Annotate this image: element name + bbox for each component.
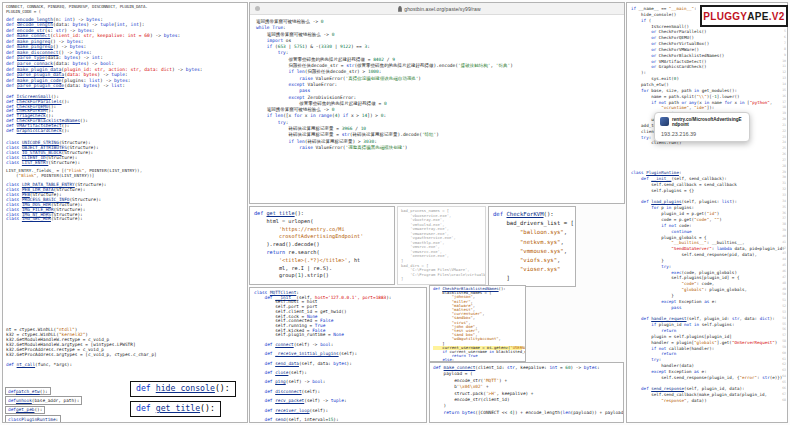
popup-site-url[interactable]: rentry.co/MicrosoftAdvertisingEndpoint (672, 117, 744, 128)
code-line: def parse_plugin_code(data: bytes) -> li… (6, 83, 244, 89)
code-line: def send(self, interval=15): (254, 418, 422, 423)
code-line: ] (401, 277, 482, 282)
code-line: self.send_response(plugin_id, {"error": … (631, 375, 777, 381)
code-line: def unhook(base_addr, path): (5, 396, 82, 404)
browser-panel: ghostbin.axel.org/paste/sy99/raw 返回携带算噩可… (249, 2, 625, 204)
make-connect-block: def make_connect(client_id: str, keepali… (429, 362, 624, 423)
logo-part2: APE (747, 11, 768, 22)
obfuscated-paste-code: 返回携带算噩可被绕检验么 -> 0while True: 返回携带算噩可被绕检验… (250, 15, 624, 155)
line-number: 68 (779, 398, 786, 404)
code-line: def nt_call(func, *args): (6, 363, 244, 368)
code-line: raise ValueError('调整真得骗黑先端模块创建') (256, 145, 618, 151)
bottom-def-boxes: def patch_etw():def unhook(base_addr, pa… (5, 387, 82, 423)
code-line: "response", data)) (631, 398, 777, 404)
right-code-panel: if __name__ == "__main__": hide_console(… (626, 2, 788, 423)
figure-canvas: CONNECT, CONNACK, PINGREQ, PINGRESP, DIS… (0, 0, 790, 425)
code-line: "vioser.sys" (493, 265, 571, 274)
code-line: ("Blink", POINTER(LIST_ENTRY))] (6, 174, 244, 179)
code-line: def get_peb(): (5, 406, 45, 414)
code-line: ml, re.I | re.S). (254, 265, 390, 273)
mqtt-client-class-block: class MQTTClient: def __init__(self, hos… (249, 287, 427, 423)
get-title-block: def get_title(): html = urlopen( 'https:… (249, 206, 395, 285)
code-line: def GraphicsCardCheck(): (6, 129, 244, 134)
lock-icon (398, 6, 402, 12)
code-line: html = urlopen( (254, 218, 390, 226)
code-line: 'C:\Program Files\oracle\virtualbox gues… (401, 273, 482, 278)
code-line: "netkvm.sys", (493, 238, 571, 247)
popup-site-icon (660, 117, 669, 126)
code-line: group(1).strip() (254, 272, 390, 280)
code-line: def hide_console(): (136, 384, 230, 394)
packet-constants-header: CONNECT, CONNACK, PINGREQ, PINGRESP, DIS… (6, 5, 244, 15)
code-line: PLUGIN_CODE = ( (6, 10, 244, 15)
pluggyape-logo: PLUGGYAPE.V2 (700, 5, 788, 27)
code-line: def get_title(): (254, 210, 390, 218)
code-line: "vmmouse.sys", (493, 247, 571, 256)
code-line: class IMG_SEC_HDR(Structure): (6, 217, 244, 222)
ctypes-structs-a: class UNICODE_STRING(Structure):class OB… (6, 141, 244, 166)
code-line: 'https://rentry.co/Mi (254, 226, 390, 234)
check-for-kvm-block: def CheckForKVM(): bad_drivers_list = [ … (488, 206, 576, 287)
code-line: ] (493, 274, 571, 283)
code-line: def patch_etw(): (5, 387, 51, 395)
code-line: ).read().decode() (254, 241, 390, 249)
favicon-icon (255, 6, 260, 11)
bad-process-list-block: bad_process_names = [ 'vboxservice.exe',… (397, 206, 486, 285)
url-text[interactable]: ghostbin.axel.org/paste/sy99/raw (404, 6, 480, 12)
code-line: def CheckForKVM(): (493, 210, 571, 219)
ctypes-structs-b: class LDR_DATA_TABLE_ENTRY(Structure):cl… (6, 183, 244, 222)
browser-address-bar[interactable]: ghostbin.axel.org/paste/sy99/raw (250, 3, 624, 15)
code-line: bad_drivers_list = [ (493, 219, 571, 228)
winapi-bindings: nt = ctypes.WinDLL("ntdll")k32 = ctypes.… (6, 328, 244, 367)
code-line: '<title>(.*?)</title>', ht (254, 257, 390, 265)
code-line: crosoftAdvertisingEndpoint' (254, 233, 390, 241)
plugin-runtime-class-code: class PluginRuntime: def __init__(self, … (631, 170, 777, 404)
code-line: return bytes([CONNECT << 4]) + encode_le… (433, 410, 620, 416)
popup-ip-address: 193.23.216.39 (661, 131, 744, 137)
endpoint-popup[interactable]: rentry.co/MicrosoftAdvertisingEndpoint 1… (654, 112, 750, 142)
code-line: return re.search( (254, 249, 390, 257)
callout-hide-console: def hide_console(): (130, 381, 236, 397)
mqtt-protocol-defs: def encode_length(n: int) -> bytes:def d… (6, 17, 244, 89)
code-line: class PluginRuntime: (5, 415, 61, 423)
list-entry-fields: LIST_ENTRY._fields_ = [("Flink", POINTER… (6, 169, 244, 179)
logo-part1: PLUGGY (703, 11, 747, 22)
left-code-panel: CONNECT, CONNACK, PINGREQ, PINGRESP, DIS… (2, 2, 248, 423)
blacklisted-names-block: def CheckForBlacklistedNames(): blacklis… (429, 285, 526, 362)
code-line: class LIST_ENTRY(Structure): (6, 161, 244, 166)
line-number-gutter: 1234567891011121314151617181920212223242… (779, 6, 786, 403)
code-line: def get_title(): (136, 404, 215, 414)
logo-part3: .V2 (769, 11, 785, 22)
anti-vm-check-defs: def IsScreenSmall():def CheckForParallel… (6, 95, 244, 134)
code-line: "balloon.sys", (493, 228, 571, 237)
code-line: "viofs.sys", (493, 256, 571, 265)
callout-get-title: def get_title(): (130, 401, 221, 417)
